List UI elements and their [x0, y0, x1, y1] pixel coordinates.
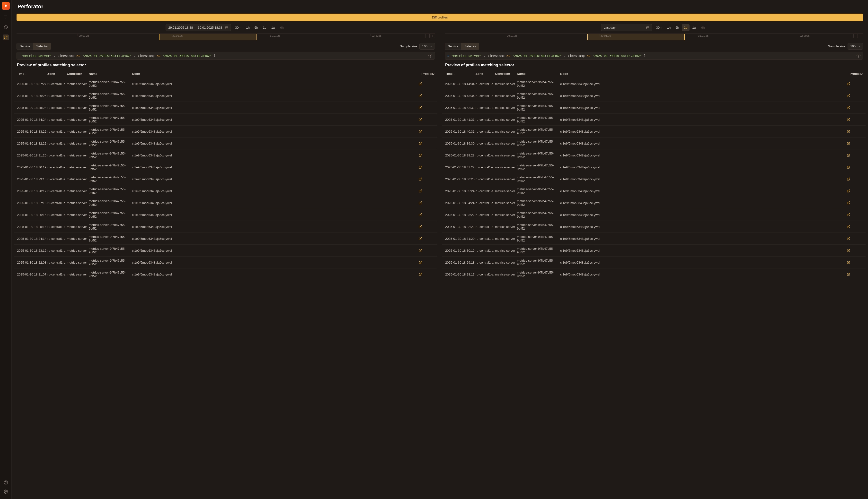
- quick-range-1w[interactable]: 1w: [269, 24, 278, 31]
- date-range-picker[interactable]: 29.01.2025 18:38 — 30.01.2025 18:38: [166, 24, 231, 31]
- quick-range-1h[interactable]: 1h: [665, 24, 673, 31]
- quick-range-1h[interactable]: 1h: [244, 24, 252, 31]
- sample-size-select[interactable]: 100: [847, 43, 863, 50]
- open-profile-icon[interactable]: [847, 261, 863, 264]
- open-profile-icon[interactable]: [847, 249, 863, 252]
- timeline-right[interactable]: 29.01.2530.01.2531.01.2502-2025 − +: [445, 34, 863, 40]
- open-profile-icon[interactable]: [419, 261, 435, 264]
- quick-range-6h[interactable]: 6h: [699, 24, 707, 31]
- open-profile-icon[interactable]: [419, 118, 435, 121]
- quick-range-30m[interactable]: 30m: [233, 24, 243, 31]
- column-header-profileid[interactable]: ProfileID: [847, 72, 863, 75]
- table-row[interactable]: 2025-01-30 18:29:18ru-central1-ametrics-…: [14, 173, 437, 185]
- nav-history-icon[interactable]: [3, 24, 9, 30]
- table-row[interactable]: 2025-01-30 18:38:28ru-central1-ametrics-…: [442, 149, 866, 161]
- table-row[interactable]: 2025-01-30 18:33:22ru-central1-ametrics-…: [14, 125, 437, 137]
- diff-profiles-button[interactable]: Diff profiles: [16, 14, 863, 21]
- table-row[interactable]: 2025-01-30 18:25:14ru-central1-ametrics-…: [14, 221, 437, 233]
- table-row[interactable]: 2025-01-30 18:33:22ru-central1-ametrics-…: [442, 209, 866, 221]
- table-row[interactable]: 2025-01-30 18:43:34ru-central1-ametrics-…: [442, 90, 866, 102]
- column-header-name[interactable]: Name: [89, 72, 132, 75]
- query-help-icon[interactable]: ?: [857, 54, 860, 58]
- zoom-out-button[interactable]: −: [853, 34, 858, 38]
- table-row[interactable]: 2025-01-30 18:40:31ru-central1-ametrics-…: [442, 125, 866, 137]
- open-profile-icon[interactable]: [847, 142, 863, 145]
- quick-range-1d[interactable]: 1d: [682, 24, 690, 31]
- column-header-zone[interactable]: Zone: [47, 72, 67, 75]
- table-row[interactable]: 2025-01-30 18:34:24ru-central1-ametrics-…: [442, 197, 866, 209]
- open-profile-icon[interactable]: [847, 177, 863, 181]
- table-row[interactable]: 2025-01-30 18:23:12ru-central1-ametrics-…: [14, 245, 437, 257]
- table-row[interactable]: 2025-01-30 18:34:24ru-central1-ametrics-…: [14, 114, 437, 125]
- table-row[interactable]: 2025-01-30 18:31:20ru-central1-ametrics-…: [14, 149, 437, 161]
- open-profile-icon[interactable]: [419, 106, 435, 109]
- nav-filter-icon[interactable]: [3, 14, 9, 20]
- selector-query-left[interactable]: "metrics-server", timestamp>="2025-01-29…: [16, 52, 435, 60]
- open-profile-icon[interactable]: [419, 249, 435, 252]
- column-header-name[interactable]: Name: [517, 72, 560, 75]
- open-profile-icon[interactable]: [419, 213, 435, 217]
- table-row[interactable]: 2025-01-30 18:39:30ru-central1-ametrics-…: [442, 137, 866, 149]
- open-profile-icon[interactable]: [847, 166, 863, 169]
- quick-range-30m[interactable]: 30m: [654, 24, 665, 31]
- open-profile-icon[interactable]: [419, 130, 435, 133]
- quick-range-1w[interactable]: 1w: [690, 24, 699, 31]
- quick-range-6h[interactable]: 6h: [252, 24, 260, 31]
- column-header-controller[interactable]: Controller: [67, 72, 89, 75]
- open-profile-icon[interactable]: [847, 154, 863, 157]
- zoom-in-button[interactable]: +: [859, 34, 863, 38]
- open-profile-icon[interactable]: [847, 201, 863, 205]
- table-row[interactable]: 2025-01-30 18:41:31ru-central1-ametrics-…: [442, 114, 866, 125]
- table-row[interactable]: 2025-01-30 18:29:18ru-central1-ametrics-…: [442, 257, 866, 268]
- table-row[interactable]: 2025-01-30 18:27:16ru-central1-ametrics-…: [14, 197, 437, 209]
- selector-query-right[interactable]: = "metrics-server", timestamp>="2025-01-…: [445, 52, 863, 60]
- open-profile-icon[interactable]: [419, 94, 435, 97]
- open-profile-icon[interactable]: [847, 118, 863, 121]
- table-row[interactable]: 2025-01-30 18:28:17ru-central1-ametrics-…: [442, 268, 866, 280]
- table-row[interactable]: 2025-01-30 18:31:20ru-central1-ametrics-…: [442, 233, 866, 245]
- open-profile-icon[interactable]: [847, 82, 863, 86]
- table-row[interactable]: 2025-01-30 18:35:24ru-central1-ametrics-…: [14, 102, 437, 114]
- table-row[interactable]: 2025-01-30 18:36:25ru-central1-ametrics-…: [14, 90, 437, 102]
- quick-range-1d[interactable]: 1d: [261, 24, 269, 31]
- column-header-node[interactable]: Node: [132, 72, 419, 75]
- sample-size-select[interactable]: 100: [419, 43, 435, 50]
- open-profile-icon[interactable]: [419, 272, 435, 276]
- app-logo[interactable]: [2, 2, 10, 10]
- table-row[interactable]: 2025-01-30 18:35:24ru-central1-ametrics-…: [442, 185, 866, 197]
- nav-settings-icon[interactable]: [3, 489, 9, 495]
- open-profile-icon[interactable]: [847, 225, 863, 228]
- open-profile-icon[interactable]: [847, 189, 863, 193]
- table-row[interactable]: 2025-01-30 18:37:27ru-central1-ametrics-…: [442, 161, 866, 173]
- open-profile-icon[interactable]: [847, 213, 863, 217]
- zoom-in-button[interactable]: +: [431, 34, 435, 38]
- nav-help-icon[interactable]: [3, 479, 9, 485]
- table-row[interactable]: 2025-01-30 18:26:15ru-central1-ametrics-…: [14, 209, 437, 221]
- table-row[interactable]: 2025-01-30 18:37:27ru-central1-ametrics-…: [14, 78, 437, 90]
- open-profile-icon[interactable]: [419, 237, 435, 240]
- quick-range-6h[interactable]: 6h: [278, 24, 286, 31]
- table-row[interactable]: 2025-01-30 18:30:19ru-central1-ametrics-…: [14, 161, 437, 173]
- zoom-out-button[interactable]: −: [425, 34, 430, 38]
- tab-service[interactable]: Service: [445, 43, 461, 50]
- open-profile-icon[interactable]: [419, 225, 435, 228]
- nav-diff-icon[interactable]: [3, 35, 9, 40]
- open-profile-icon[interactable]: [419, 166, 435, 169]
- table-row[interactable]: 2025-01-30 18:42:33ru-central1-ametrics-…: [442, 102, 866, 114]
- table-row[interactable]: 2025-01-30 18:32:22ru-central1-ametrics-…: [442, 221, 866, 233]
- table-row[interactable]: 2025-01-30 18:32:22ru-central1-ametrics-…: [14, 137, 437, 149]
- table-row[interactable]: 2025-01-30 18:44:34ru-central1-ametrics-…: [442, 78, 866, 90]
- open-profile-icon[interactable]: [847, 130, 863, 133]
- column-header-controller[interactable]: Controller: [495, 72, 517, 75]
- tab-service[interactable]: Service: [16, 43, 33, 50]
- table-row[interactable]: 2025-01-30 18:24:14ru-central1-ametrics-…: [14, 233, 437, 245]
- open-profile-icon[interactable]: [419, 154, 435, 157]
- tab-selector[interactable]: Selector: [33, 43, 51, 50]
- table-row[interactable]: 2025-01-30 18:21:07ru-central1-ametrics-…: [14, 268, 437, 280]
- quick-range-6h[interactable]: 6h: [673, 24, 681, 31]
- open-profile-icon[interactable]: [419, 189, 435, 193]
- open-profile-icon[interactable]: [847, 106, 863, 109]
- open-profile-icon[interactable]: [419, 142, 435, 145]
- preset-picker[interactable]: Last day: [601, 24, 652, 31]
- column-header-node[interactable]: Node: [560, 72, 847, 75]
